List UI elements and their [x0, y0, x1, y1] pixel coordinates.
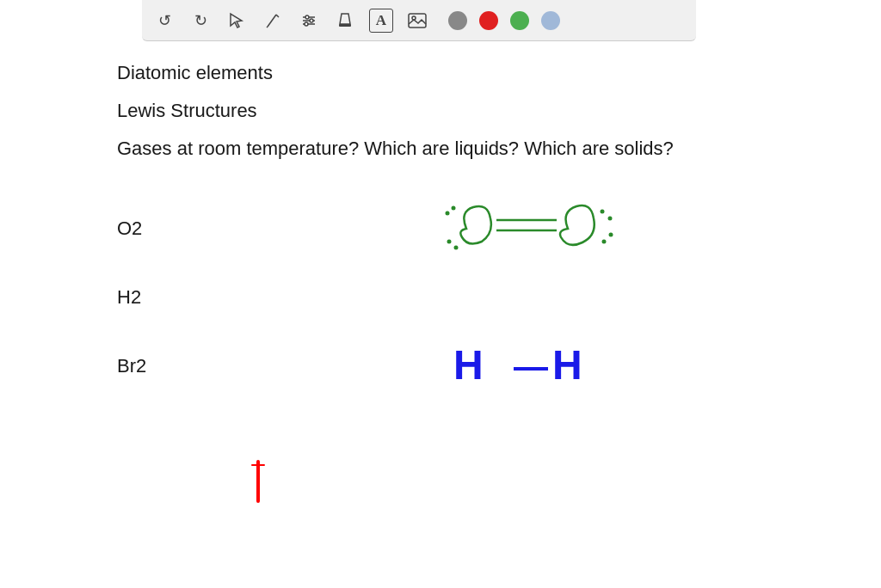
color-red[interactable] [479, 11, 498, 30]
br2-drawing: H H [306, 336, 764, 396]
svg-point-7 [305, 15, 309, 19]
elements-section: O2 [117, 194, 764, 401]
select-tool[interactable] [225, 9, 249, 33]
pencil-tool[interactable] [261, 9, 285, 33]
o2-drawing [306, 194, 764, 263]
element-row-br2: Br2 H H [117, 332, 764, 401]
svg-point-22 [602, 240, 607, 244]
undo-button[interactable]: ↺ [152, 9, 176, 33]
o2-lewis-structure [432, 194, 638, 263]
redo-button[interactable]: ↻ [188, 9, 213, 33]
element-row-o2: O2 [117, 194, 764, 263]
svg-line-2 [276, 15, 279, 17]
svg-marker-0 [231, 14, 242, 28]
element-label-h2: H2 [117, 286, 306, 309]
svg-point-14 [446, 211, 450, 216]
highlight-tool[interactable] [333, 9, 357, 33]
svg-point-23 [609, 233, 613, 237]
svg-marker-11 [340, 14, 350, 24]
svg-point-21 [608, 217, 613, 221]
svg-point-16 [447, 240, 452, 244]
svg-line-1 [268, 15, 276, 27]
topic-diatomic: Diatomic elements [117, 62, 764, 84]
svg-point-15 [452, 206, 456, 211]
topic-gases: Gases at room temperature? Which are liq… [117, 138, 764, 160]
cursor-pen [256, 460, 260, 503]
svg-text:H: H [453, 342, 484, 388]
toolbar: ↺ ↻ A [142, 0, 696, 41]
color-blue-light[interactable] [541, 11, 560, 30]
svg-point-20 [601, 210, 605, 214]
tools-button[interactable] [297, 9, 321, 33]
h2-lewis-structure: H H [449, 336, 621, 396]
main-content: Diatomic elements Lewis Structures Gases… [0, 41, 881, 588]
svg-line-3 [267, 27, 268, 28]
element-label-o2: O2 [117, 217, 306, 240]
image-tool[interactable] [405, 9, 429, 33]
svg-point-8 [310, 19, 313, 22]
svg-point-17 [454, 246, 459, 250]
text-tool[interactable]: A [369, 9, 393, 33]
svg-point-9 [305, 22, 308, 26]
color-gray[interactable] [448, 11, 467, 30]
color-green[interactable] [510, 11, 529, 30]
topic-lewis: Lewis Structures [117, 100, 764, 122]
element-row-h2: H2 [117, 263, 764, 332]
svg-text:H: H [552, 342, 582, 388]
element-label-br2: Br2 [117, 355, 306, 377]
